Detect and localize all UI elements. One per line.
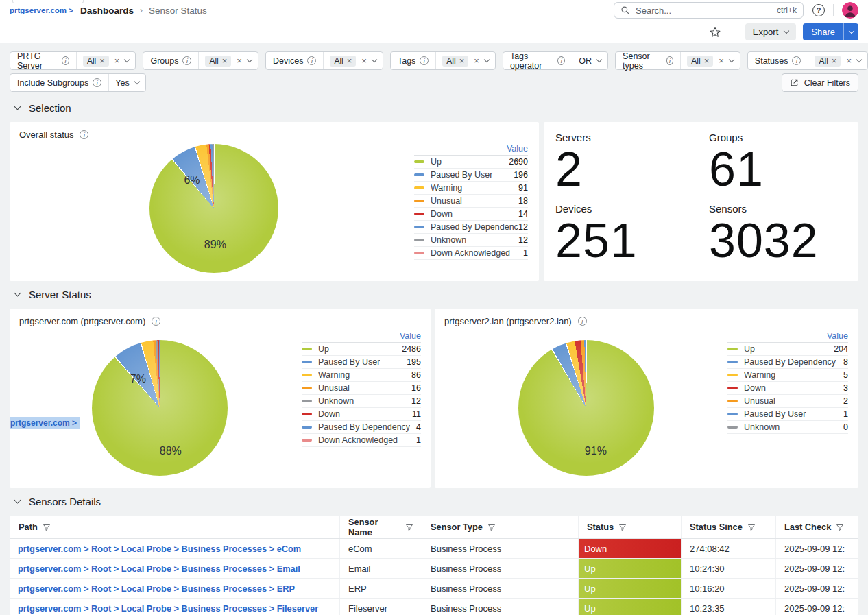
filter-value-area[interactable]: All [324,52,383,69]
sensor-path-link[interactable]: prtgserver.com > Root > Local Probe > Bu… [18,564,300,574]
sensor-path-link[interactable]: prtgserver.com > Root > Local Probe > Bu… [18,583,295,594]
filter-value-tag[interactable]: All [83,56,109,67]
table-column-header[interactable]: Sensor Name [339,516,422,538]
legend-row[interactable]: Down 11 [302,408,421,421]
filter-chip[interactable]: Groups All [143,51,258,70]
filter-chip[interactable]: Devices All [265,51,383,70]
filter-funnel-icon[interactable] [618,523,627,531]
filter-funnel-icon[interactable] [487,523,496,531]
remove-tag-icon[interactable] [99,56,105,66]
table-column-header[interactable]: Status [578,516,681,538]
legend-row[interactable]: Unknown 12 [414,234,528,247]
filter-funnel-icon[interactable] [747,523,756,531]
filter-chip[interactable]: PRTG Server All [10,51,136,70]
legend-row[interactable]: Down Acknowledged 1 [414,247,528,260]
table-column-header[interactable]: Sensor Type [422,516,578,538]
server1-drilldown-link[interactable]: prtgserver.com > [10,417,80,429]
filter-value-tag[interactable]: All [687,56,713,67]
chevron-down-icon[interactable] [134,79,139,84]
filter-chip[interactable]: Tags All [390,51,496,70]
legend-row[interactable]: Down Acknowledged 1 [302,434,421,447]
legend-row[interactable]: Paused By Dependency 8 [727,356,848,369]
legend-row[interactable]: Down 14 [414,208,528,221]
legend-row[interactable]: Paused By Dependency 4 [302,421,421,434]
search-input[interactable] [636,5,771,16]
filter-chip[interactable]: Include Subgroups Yes [10,73,146,92]
legend-row[interactable]: Warning 5 [727,369,848,382]
filter-value-tag[interactable]: All [205,56,231,67]
clear-filter-icon[interactable] [719,56,724,66]
remove-tag-icon[interactable] [832,56,837,66]
legend-row[interactable]: Warning 86 [302,369,421,382]
remove-tag-icon[interactable] [347,56,352,66]
filter-chip[interactable]: Tags operator OR [503,51,608,70]
legend-row[interactable]: Unusual 2 [727,395,848,408]
chevron-down-icon[interactable] [124,57,130,62]
table-row[interactable]: prtgserver.com > Root > Local Probe > Bu… [10,599,858,615]
table-column-header[interactable]: Path [10,516,339,538]
legend-row[interactable]: Paused By User 195 [302,356,421,369]
filter-funnel-icon[interactable] [43,523,51,531]
legend-value-header[interactable]: Value [727,330,848,343]
clear-filter-icon[interactable] [237,56,242,66]
share-button[interactable]: Share [803,23,858,40]
remove-tag-icon[interactable] [459,56,465,66]
legend-value-header[interactable]: Value [414,143,528,156]
clear-filter-icon[interactable] [361,56,367,66]
collapse-chevron-icon[interactable] [14,104,21,110]
search-box[interactable]: ctrl+k [614,2,804,19]
legend-row[interactable]: Paused By User 1 [727,408,848,421]
info-icon[interactable] [80,130,88,139]
table-row[interactable]: prtgserver.com > Root > Local Probe > Bu… [10,559,858,579]
breadcrumb-section[interactable]: Dashboards [80,5,134,16]
filter-chip[interactable]: Statuses All [747,51,868,70]
table-row[interactable]: prtgserver.com > Root > Local Probe > Bu… [10,539,858,559]
filter-value-area[interactable]: All [199,52,258,69]
clear-filter-icon[interactable] [846,56,852,66]
filter-funnel-icon[interactable] [836,523,844,531]
legend-row[interactable]: Paused By User 196 [414,169,528,182]
legend-row[interactable]: Down 3 [727,382,848,395]
legend-row[interactable]: Unknown 0 [727,421,848,434]
filter-funnel-icon[interactable] [405,523,413,531]
info-icon[interactable] [578,317,587,326]
legend-row[interactable]: Paused By Dependency 12 [414,221,528,234]
filter-value-area[interactable]: All [77,52,136,69]
legend-row[interactable]: Up 2486 [302,343,421,356]
info-icon[interactable] [152,317,160,326]
filter-value-area[interactable]: All [681,52,740,69]
share-dropdown-button[interactable] [843,23,858,40]
breadcrumb-server-link[interactable]: prtgserver.com > [10,6,73,14]
table-column-header[interactable]: Status Since [681,516,775,538]
legend-value-header[interactable]: Value [302,330,421,343]
remove-tag-icon[interactable] [222,56,228,66]
legend-row[interactable]: Unusual 18 [414,195,528,208]
chevron-down-icon[interactable] [856,57,862,62]
chevron-down-icon[interactable] [372,57,377,62]
table-column-header[interactable]: Last Check [775,516,858,538]
chevron-down-icon[interactable] [247,57,252,62]
section-server-status[interactable]: Server Status [15,289,91,300]
sensor-path-link[interactable]: prtgserver.com > Root > Local Probe > Bu… [18,603,318,614]
sensor-path-link[interactable]: prtgserver.com > Root > Local Probe > Bu… [18,544,301,554]
avatar[interactable] [842,2,858,19]
help-icon[interactable] [812,4,825,16]
server2-pie[interactable]: 91% [518,340,654,476]
filter-value-area[interactable]: Yes [109,74,145,91]
export-button[interactable]: Export [745,23,797,40]
filter-value-area[interactable]: OR [572,52,607,69]
filter-value-tag[interactable]: All [815,56,841,67]
filter-value-tag[interactable]: All [442,56,468,67]
clear-filter-icon[interactable] [114,56,120,66]
chevron-down-icon[interactable] [596,57,602,62]
chevron-down-icon[interactable] [729,57,734,62]
remove-tag-icon[interactable] [704,56,710,66]
filter-value-area[interactable]: All [808,52,867,69]
section-selection[interactable]: Selection [15,102,71,114]
chevron-down-icon[interactable] [484,57,490,62]
filter-value-area[interactable]: All [436,52,495,69]
filter-chip[interactable]: Sensor types All [615,51,740,70]
legend-row[interactable]: Warning 91 [414,182,528,195]
section-sensors-details[interactable]: Sensors Details [15,496,101,507]
clear-filter-icon[interactable] [474,56,479,66]
